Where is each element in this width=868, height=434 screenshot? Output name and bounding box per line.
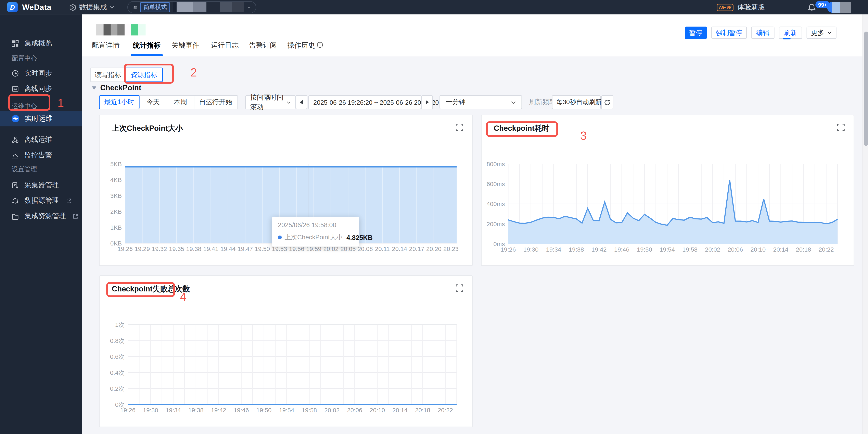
- svg-text:19:58: 19:58: [682, 246, 698, 253]
- notification-count-badge: 99+: [815, 1, 830, 8]
- arrow-right-icon: [425, 100, 429, 105]
- svg-text:20:23: 20:23: [443, 245, 459, 252]
- checkpoint-section-header[interactable]: CheckPoint: [92, 84, 141, 92]
- wedata-logo-icon[interactable]: D: [7, 2, 18, 12]
- refresh-button[interactable]: 刷新: [779, 27, 802, 39]
- granularity-select[interactable]: 一分钟: [439, 95, 522, 109]
- svg-text:19:26: 19:26: [118, 245, 133, 252]
- chart-card-checkpoint-failures: Checkpoint失败总次数 1次0.8次0.6次0.4次0.2次0次19:2…: [99, 276, 473, 427]
- more-button[interactable]: 更多: [807, 27, 837, 39]
- range-since-start[interactable]: 自运行开始: [194, 95, 238, 109]
- refresh-icon: [604, 99, 611, 106]
- collector-doc-icon: [11, 181, 19, 189]
- svg-text:19:58: 19:58: [302, 407, 317, 413]
- notification-bell-icon[interactable]: [808, 3, 816, 11]
- chart-tooltip: 2025/06/26 19:58:00 上次CheckPoint大小 4.825…: [272, 216, 359, 247]
- svg-text:19:54: 19:54: [279, 407, 294, 413]
- sidebar-item-realtime-sync[interactable]: 实时同步: [0, 65, 82, 81]
- sidebar-item-monitor-alarm[interactable]: 监控告警: [0, 147, 82, 163]
- sidebar: 集成概览 配置中心 实时同步 离线同步 运维中心 实时运维: [0, 15, 82, 434]
- sidebar-item-resource-mgmt[interactable]: 集成资源管理: [0, 208, 82, 224]
- svg-text:19:41: 19:41: [203, 245, 218, 252]
- range-today[interactable]: 今天: [139, 95, 167, 109]
- fullscreen-icon[interactable]: [456, 124, 463, 132]
- range-this-week[interactable]: 本周: [166, 95, 194, 109]
- svg-text:20:18: 20:18: [415, 407, 430, 413]
- chevron-down-icon: [110, 5, 114, 9]
- fullscreen-icon[interactable]: [456, 284, 463, 292]
- svg-text:20:10: 20:10: [370, 407, 385, 413]
- top-navbar: D WeData 数据集成 简单模式: [0, 0, 868, 15]
- svg-text:19:29: 19:29: [135, 245, 150, 252]
- scroll-mode-select[interactable]: 按间隔时间滚动: [245, 95, 296, 109]
- arrow-left-icon: [300, 100, 303, 105]
- checkpoint-size-chart[interactable]: 5KB4KB3KB2KB1KB0KB19:2619:2919:3219:3519…: [99, 143, 473, 267]
- sidebar-item-datasource-mgmt[interactable]: 数据源管理: [0, 193, 82, 208]
- svg-text:19:38: 19:38: [569, 246, 584, 253]
- time-back-button[interactable]: [296, 95, 307, 109]
- chart-title: 上次CheckPoint大小: [112, 124, 183, 134]
- manual-refresh-button[interactable]: [601, 95, 613, 109]
- toggle-readwrite-metrics[interactable]: 读写指标: [90, 67, 126, 82]
- force-pause-button[interactable]: 强制暂停: [711, 27, 747, 39]
- edit-button[interactable]: 编辑: [751, 27, 774, 39]
- scrollbar-track[interactable]: [863, 15, 868, 434]
- svg-text:19:42: 19:42: [591, 246, 607, 253]
- svg-text:20:20: 20:20: [426, 245, 441, 252]
- toggle-resource-metrics[interactable]: 资源指标: [125, 67, 163, 82]
- scrollbar-thumb[interactable]: [864, 31, 868, 146]
- pause-button[interactable]: 暂停: [685, 27, 707, 39]
- nav-label: 数据集成: [79, 2, 107, 12]
- sidebar-item-overview[interactable]: 集成概览: [0, 35, 82, 51]
- external-link-icon: [72, 213, 79, 219]
- svg-text:19:46: 19:46: [614, 246, 629, 253]
- chart-title: Checkpoint失败总次数: [112, 284, 190, 294]
- chart-card-checkpoint-duration: Checkpoint耗时 800ms600ms400ms200ms0ms19:2…: [481, 115, 854, 266]
- svg-text:19:26: 19:26: [120, 407, 135, 413]
- try-new-version[interactable]: NEW 体验新版: [717, 0, 765, 15]
- datasource-icon: [11, 197, 19, 204]
- svg-text:20:02: 20:02: [324, 407, 340, 413]
- external-link-icon: [66, 198, 72, 204]
- sidebar-item-collector-mgmt[interactable]: 采集器管理: [0, 177, 82, 193]
- svg-text:0.8次: 0.8次: [110, 338, 125, 344]
- svg-text:19:38: 19:38: [186, 245, 202, 252]
- svg-text:0.6次: 0.6次: [110, 353, 125, 360]
- sidebar-item-realtime-ops[interactable]: 实时运维: [0, 111, 82, 126]
- tab-operation-history[interactable]: 操作历史: [287, 41, 323, 57]
- chevron-down-icon: [511, 100, 516, 104]
- svg-text:19:34: 19:34: [546, 246, 561, 253]
- collapse-caret-icon: [92, 86, 96, 89]
- svg-text:19:50: 19:50: [256, 407, 272, 413]
- svg-text:19:26: 19:26: [501, 246, 516, 253]
- svg-text:20:10: 20:10: [750, 246, 766, 253]
- checkpoint-duration-chart[interactable]: 800ms600ms400ms200ms0ms19:2619:3019:3419…: [482, 143, 855, 267]
- series-dot-icon: [278, 235, 282, 239]
- svg-text:19:44: 19:44: [220, 245, 236, 252]
- clock-icon: [11, 69, 19, 77]
- tab-alarm-subscription[interactable]: 告警订阅: [249, 41, 277, 57]
- date-range-input[interactable]: 2025-06-26 19:26:20 ~ 2025-06-26 20:26:2…: [308, 95, 422, 109]
- refresh-rate-select[interactable]: 每30秒自动刷新: [552, 95, 600, 109]
- range-last-1h[interactable]: 最近1小时: [99, 95, 140, 109]
- fullscreen-icon[interactable]: [837, 124, 845, 132]
- svg-text:19:42: 19:42: [211, 407, 226, 413]
- svg-text:1KB: 1KB: [110, 224, 122, 231]
- chart-title: Checkpoint耗时: [494, 124, 550, 134]
- checkpoint-failures-chart[interactable]: 1次0.8次0.6次0.4次0.2次0次19:2619:3019:3419:38…: [99, 303, 473, 428]
- project-selector[interactable]: 简单模式: [127, 1, 256, 13]
- sidebar-item-offline-sync[interactable]: 离线同步: [0, 81, 82, 96]
- sidebar-item-offline-ops[interactable]: 离线运维: [0, 132, 82, 147]
- tab-key-events[interactable]: 关键事件: [172, 41, 199, 57]
- tab-statistics[interactable]: 统计指标: [133, 41, 160, 57]
- time-forward-button[interactable]: [421, 95, 433, 109]
- svg-text:19:50: 19:50: [255, 245, 270, 252]
- task-title-redacted: [96, 24, 146, 35]
- tab-config-detail[interactable]: 配置详情: [92, 41, 120, 57]
- batch-card-icon: [11, 85, 19, 92]
- tab-run-logs[interactable]: 运行日志: [211, 41, 239, 57]
- svg-text:20:14: 20:14: [392, 407, 408, 413]
- nav-data-integration[interactable]: 数据集成: [69, 0, 114, 15]
- tooltip-series: 上次CheckPoint大小: [284, 233, 343, 241]
- brand-name[interactable]: WeData: [22, 3, 52, 12]
